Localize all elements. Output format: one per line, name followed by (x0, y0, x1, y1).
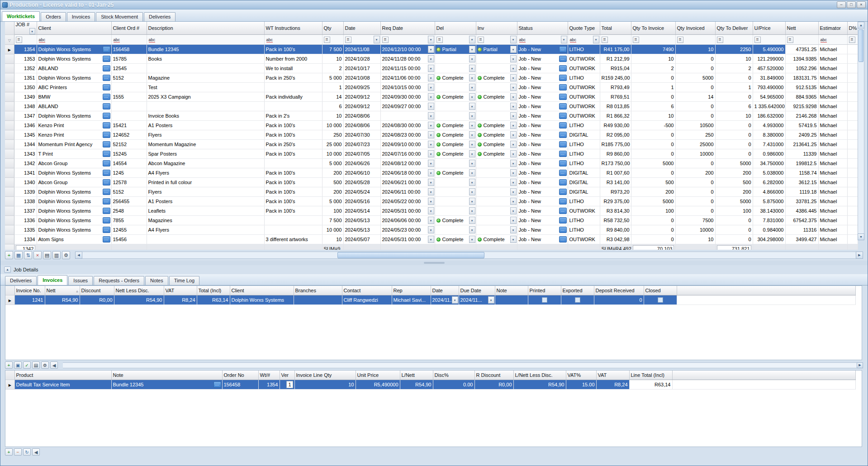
del-cell[interactable]: ▾ (435, 102, 476, 111)
worktickets-row[interactable]: 1346Kenzo Print…15421A1 PostersPack in 1… (5, 121, 858, 130)
wt_instructions-cell[interactable]: Pack in 100's (264, 130, 322, 140)
qty_to_deliver-cell[interactable]: 0 (715, 235, 753, 244)
date-cell[interactable]: 2024/05/13 (343, 225, 380, 235)
qty_to_deliver-cell[interactable]: 2250 (715, 45, 753, 54)
dropdown-arrow-icon[interactable]: ▾ (510, 141, 517, 148)
wt_instructions-cell[interactable]: Pack in 100's (264, 45, 322, 54)
print-icon[interactable]: ▤ (32, 361, 40, 369)
inv-cell[interactable]: Complete▾ (476, 130, 517, 140)
closed-cell[interactable] (644, 295, 677, 304)
del-cell[interactable]: Complete▾ (435, 73, 476, 83)
ellipsis-button[interactable]: … (559, 217, 567, 223)
dropdown-arrow-icon[interactable]: ▾ (469, 160, 475, 167)
ellipsis-button[interactable]: … (103, 160, 110, 166)
view-layout-icon[interactable]: ▦ (14, 251, 23, 259)
description-cell[interactable]: Magazine (147, 73, 264, 83)
del-cell[interactable]: Complete▾ (435, 92, 476, 102)
column-header-qty[interactable]: Qty (322, 22, 343, 35)
qty_invoiced-cell[interactable]: 10 (675, 45, 715, 54)
del-cell[interactable]: Partial▾ (435, 45, 476, 54)
client-cell[interactable]: Abcon Group… (37, 159, 111, 168)
filter-cell-estimator[interactable]: abc (818, 35, 847, 45)
req_date-cell[interactable]: 2024/06/21 00:00▾ (380, 178, 435, 187)
filter-cell-client[interactable]: abc (37, 35, 111, 45)
printed-checkbox[interactable] (542, 297, 547, 303)
nett-cell[interactable]: 3612.15 (785, 178, 818, 187)
job-cell[interactable]: 1337 (14, 206, 37, 216)
description-cell[interactable]: A4 Flyers (147, 168, 264, 178)
date-cell[interactable]: 2024/05/14 (343, 206, 380, 216)
client_ord-cell[interactable]: 15245 (111, 149, 147, 159)
dropdown-arrow-icon[interactable]: ▾ (428, 217, 434, 224)
filter-cell-date[interactable]: =▾ (343, 35, 380, 45)
qty_to_deliver-cell[interactable]: 0 (715, 73, 753, 83)
quote_type-cell[interactable]: LITHO (568, 140, 600, 149)
qty_to_deliver-cell[interactable]: 5000 (715, 159, 753, 168)
total-cell[interactable]: R29 375,00 (600, 197, 631, 206)
worktickets-row[interactable]: 1349BMW…15552025 X3 CampaignPack individ… (5, 92, 858, 102)
quote_type-cell[interactable]: LITHO (568, 225, 600, 235)
client-cell[interactable]: BMW… (37, 92, 111, 102)
scroll-down-icon[interactable]: ▼ (858, 233, 864, 240)
job-details-tab-requests-orders[interactable]: Requests - Orders (94, 276, 144, 285)
ellipsis-button[interactable]: … (559, 179, 567, 185)
qty-cell[interactable]: 10 000 (322, 121, 343, 130)
nett-cell[interactable]: 1052.296 (785, 64, 818, 73)
del-cell[interactable]: ▾ (435, 83, 476, 92)
filter-cell-description[interactable]: abc (147, 35, 264, 45)
dropdown-arrow-icon[interactable]: ▾ (428, 55, 434, 62)
nett-cell[interactable]: 9215.9298 (785, 102, 818, 111)
note-cell[interactable]: Bundle 12345… (111, 380, 222, 389)
qty_to_deliver-cell[interactable]: 0 (715, 216, 753, 225)
ellipsis-button[interactable]: … (103, 132, 110, 138)
dropdown-arrow-icon[interactable]: ▾ (510, 198, 517, 205)
wt_instructions-cell[interactable] (264, 225, 322, 235)
del-cell[interactable]: Complete▾ (435, 235, 476, 244)
req_date-cell[interactable]: 2024/06/11 00:00▾ (380, 187, 435, 197)
ellipsis-button[interactable]: … (559, 75, 567, 81)
horizontal-scroll-track[interactable] (63, 362, 857, 368)
client_ord-cell[interactable]: 1245 (111, 168, 147, 178)
r_discount-cell[interactable]: R0,00 (474, 380, 513, 389)
del-cell[interactable]: Complete▾ (435, 216, 476, 225)
dropdown-arrow-icon[interactable]: ▾ (510, 84, 517, 91)
u_price-cell[interactable]: 34.750000 (753, 159, 785, 168)
status-cell[interactable]: Job - New… (517, 216, 568, 225)
wt_instructions-cell[interactable] (264, 83, 322, 92)
qty_to_deliver-cell[interactable]: 0 (715, 92, 753, 102)
status-cell[interactable]: Job - New… (517, 235, 568, 244)
ellipsis-button[interactable]: … (103, 208, 110, 214)
copy-icon[interactable]: ▣ (14, 361, 22, 369)
ellipsis-button[interactable]: … (559, 65, 567, 71)
dropdown-arrow-icon[interactable]: ▾ (428, 150, 434, 157)
column-header-del[interactable]: Del (435, 22, 476, 35)
dropdown-arrow-icon[interactable]: ▾ (469, 169, 475, 176)
column-header-nett[interactable]: Nett (785, 22, 818, 35)
filter-cell-qty_invoiced[interactable]: = (675, 35, 715, 45)
date-cell[interactable]: 2024/05/16 (343, 197, 380, 206)
column-header-qty_to_deliver[interactable]: Qty To Deliver (715, 22, 753, 35)
scroll-up-icon[interactable]: ▲ (858, 22, 864, 29)
ellipsis-button[interactable]: … (103, 94, 110, 100)
nett-cell[interactable]: 213641.25 (785, 140, 818, 149)
description-cell[interactable]: Momentum Magazine (147, 140, 264, 149)
date-cell[interactable]: 2024/11...▾ (431, 295, 459, 304)
req_date-cell[interactable]: 2024/10/15 00:00▾ (380, 83, 435, 92)
dropdown-arrow-icon[interactable]: ▾ (469, 198, 475, 205)
status-cell[interactable]: Job - New… (517, 149, 568, 159)
nett-cell[interactable]: 183131.75 (785, 73, 818, 83)
column-header-client[interactable]: Client (230, 286, 294, 295)
client-cell[interactable]: Dolphin Worxs Systems… (37, 168, 111, 178)
job-cell[interactable]: 1335 (14, 225, 37, 235)
client-cell[interactable]: Kenzo Print… (37, 121, 111, 130)
disc_pct-cell[interactable]: 0.00 (433, 380, 474, 389)
ellipsis-button[interactable]: … (559, 84, 567, 90)
minimize-button[interactable]: – (837, 1, 846, 8)
dropdown-arrow-icon[interactable]: ▾ (469, 188, 475, 195)
ellipsis-button[interactable]: … (559, 189, 567, 195)
qty_to_invoice-cell[interactable]: 10 (631, 54, 675, 64)
ellipsis-button[interactable]: … (103, 217, 110, 223)
collapse-icon[interactable]: ▴ (4, 266, 11, 273)
job-cell[interactable]: 1351 (14, 73, 37, 83)
client_ord-cell[interactable]: 15456 (111, 235, 147, 244)
